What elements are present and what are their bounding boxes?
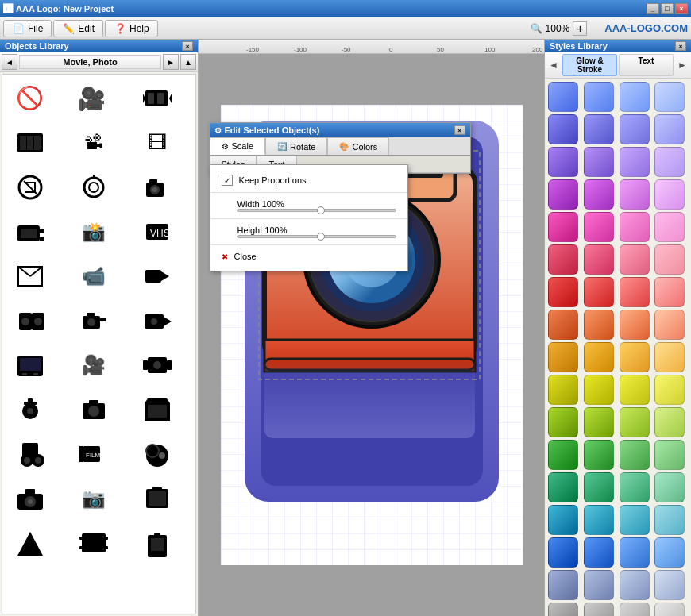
color-swatch[interactable] [548, 472, 578, 502]
tab-glow-stroke[interactable]: Glow & Stroke [562, 54, 617, 76]
minimize-button[interactable]: _ [647, 3, 659, 14]
close-option[interactable]: ✖ Close [210, 248, 407, 264]
color-swatch[interactable] [620, 244, 650, 275]
height-slider[interactable] [237, 235, 396, 238]
list-item[interactable]: ! [4, 521, 56, 564]
color-swatch[interactable] [548, 212, 578, 242]
list-item[interactable]: 🚫 [4, 76, 56, 120]
height-option[interactable]: Height 100% [210, 222, 407, 241]
color-swatch[interactable] [584, 114, 614, 144]
list-item[interactable]: FILM [68, 432, 119, 475]
color-swatch[interactable] [620, 505, 650, 535]
styles-next-button[interactable]: ► [675, 58, 689, 72]
color-swatch[interactable] [584, 505, 614, 535]
color-swatch[interactable] [548, 277, 578, 307]
keep-proportions-checkbox[interactable]: ✓ [222, 175, 233, 186]
list-item[interactable] [4, 387, 56, 431]
list-item[interactable] [131, 521, 183, 564]
color-swatch[interactable] [584, 375, 614, 405]
edit-panel-close-button[interactable]: × [454, 125, 465, 135]
icons-scroll-area[interactable]: 🚫 🎥 [2, 74, 196, 614]
menu-file[interactable]: 📄 File [3, 20, 52, 37]
library-prev-button[interactable]: ◄ [2, 54, 17, 70]
list-item[interactable]: 🎥 [68, 343, 119, 387]
color-swatch[interactable] [620, 342, 650, 372]
close-button[interactable]: × [675, 3, 688, 14]
list-item[interactable] [4, 298, 56, 342]
color-swatch[interactable] [654, 603, 685, 616]
color-swatch[interactable] [548, 603, 578, 616]
color-swatch[interactable] [584, 212, 614, 242]
color-swatch[interactable] [620, 537, 650, 568]
tab-scale[interactable]: ⚙ Scale [210, 137, 266, 155]
list-item[interactable]: VHS [131, 210, 183, 253]
list-item[interactable] [131, 476, 183, 520]
color-swatch[interactable] [548, 342, 578, 372]
color-swatch[interactable] [548, 310, 578, 340]
list-item[interactable] [4, 343, 56, 387]
list-item[interactable] [131, 387, 183, 431]
tab-text-styles[interactable]: Text [619, 54, 674, 76]
tab-colors[interactable]: 🎨 Colors [327, 137, 389, 155]
list-item[interactable]: 🎞 [131, 121, 183, 164]
list-item[interactable]: 🎥 [68, 76, 119, 120]
color-swatch[interactable] [654, 212, 685, 242]
list-item[interactable]: 📸 [68, 210, 119, 253]
color-swatch[interactable] [654, 375, 685, 405]
color-swatch[interactable] [548, 244, 578, 275]
list-item[interactable] [131, 343, 183, 387]
list-item[interactable] [68, 165, 119, 209]
width-option[interactable]: Width 100% [210, 196, 407, 215]
menu-help[interactable]: ❓ Help [105, 20, 158, 37]
list-item[interactable] [131, 298, 183, 342]
color-swatch[interactable] [620, 114, 650, 144]
color-swatch[interactable] [620, 603, 650, 616]
color-swatch[interactable] [548, 114, 578, 144]
list-item[interactable] [131, 254, 183, 298]
color-swatch[interactable] [620, 82, 650, 112]
color-swatch[interactable] [654, 310, 685, 340]
color-swatch[interactable] [548, 570, 578, 600]
tab-rotate[interactable]: 🔄 Rotate [265, 137, 327, 155]
color-swatch[interactable] [620, 375, 650, 405]
width-slider[interactable] [237, 209, 396, 212]
color-swatch[interactable] [620, 407, 650, 437]
color-swatch[interactable] [654, 472, 685, 502]
list-item[interactable] [131, 432, 183, 475]
color-swatch[interactable] [620, 310, 650, 340]
menu-edit[interactable]: ✏️ Edit [53, 20, 103, 37]
objects-library-close-button[interactable]: × [182, 41, 193, 51]
color-swatch[interactable] [654, 537, 685, 568]
color-swatch[interactable] [620, 440, 650, 470]
color-swatch[interactable] [548, 147, 578, 177]
library-scroll-up-button[interactable]: ▲ [180, 54, 196, 70]
color-swatch[interactable] [654, 147, 685, 177]
color-swatch[interactable] [654, 342, 685, 372]
color-swatch[interactable] [620, 277, 650, 307]
color-swatch[interactable] [548, 407, 578, 437]
list-item[interactable] [4, 121, 56, 164]
color-swatch[interactable] [654, 82, 685, 112]
window-controls[interactable]: _ □ × [647, 3, 688, 14]
color-swatch[interactable] [584, 342, 614, 372]
canvas[interactable]: ⚙ Edit Selected Object(s) × ⚙ Scale 🔄 Ro… [221, 105, 523, 565]
list-item[interactable]: 📹 [68, 254, 119, 298]
color-swatch[interactable] [654, 114, 685, 144]
list-item[interactable] [4, 476, 56, 520]
canvas-container[interactable]: ⚙ Edit Selected Object(s) × ⚙ Scale 🔄 Ro… [199, 54, 544, 616]
list-item[interactable]: 📷 [68, 476, 119, 520]
zoom-plus-button[interactable]: + [573, 21, 587, 36]
color-swatch[interactable] [584, 407, 614, 437]
list-item[interactable] [4, 254, 56, 298]
styles-library-close-button[interactable]: × [675, 41, 686, 51]
list-item[interactable] [131, 76, 183, 120]
color-swatch[interactable] [584, 570, 614, 600]
color-swatch[interactable] [654, 179, 685, 210]
color-swatch[interactable] [620, 212, 650, 242]
color-swatch[interactable] [620, 472, 650, 502]
color-swatch[interactable] [548, 179, 578, 210]
color-swatch[interactable] [548, 375, 578, 405]
color-swatch[interactable] [548, 537, 578, 568]
color-swatch[interactable] [654, 244, 685, 275]
color-swatch[interactable] [548, 440, 578, 470]
